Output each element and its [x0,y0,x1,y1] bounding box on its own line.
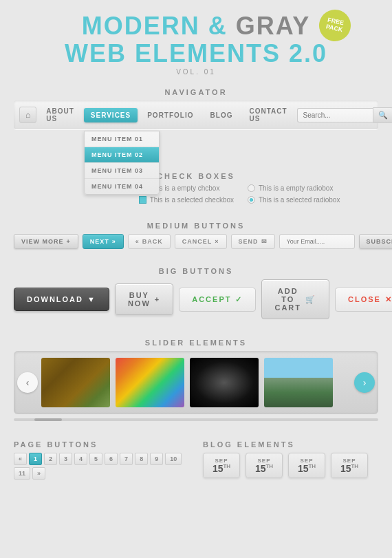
nav-item-blog[interactable]: BLOG [204,108,240,122]
page-11-button[interactable]: 11 [14,467,30,480]
page-8-button[interactable]: 8 [135,453,148,465]
checkboxes-content: This is a empty chcbox This is a empty r… [139,184,343,204]
nav-item-services[interactable]: SERVICES [84,108,138,122]
page-4-button[interactable]: 4 [74,453,87,465]
close-button[interactable]: CLOSE ✕ [335,288,392,312]
search-button[interactable]: 🔍 [373,107,392,123]
mountain-image [264,358,333,407]
back-button[interactable]: « BACK [128,234,171,249]
send-button[interactable]: SEND ✉ [231,234,275,249]
blog-card-4-suffix: TH [351,464,358,470]
checkbox-selected: This is a selected checkbox [139,196,234,204]
slider-thumb[interactable] [34,418,62,421]
cancel-button[interactable]: CANCEL × [175,234,227,249]
title-modern: MODERN & [82,12,236,40]
radio-unchecked[interactable] [248,184,255,192]
nav-item-portfolio[interactable]: PORTFOLIO [140,108,200,122]
email-input[interactable] [279,234,355,249]
medium-buttons-row: VIEW MORE + NEXT » « BACK CANCEL × SEND … [14,234,378,249]
times-icon: × [215,238,219,245]
checkboxes-title: CHECK BOXES [14,165,378,184]
slider-section: SLIDER ELEMENTS ‹ › [0,328,392,429]
colorful-image [116,358,184,407]
add-to-cart-button[interactable]: ADD TO CART 🛒 [261,279,329,319]
blog-card-4-day: 15TH [337,464,362,473]
blog-card-3[interactable]: SEP 15TH [288,453,325,478]
buy-now-button[interactable]: BUY NOW + [115,283,173,315]
radio-empty-label: This is a empty radiobox [259,184,333,192]
close-icon: ✕ [385,295,392,304]
blog-card-4[interactable]: SEP 15TH [331,453,368,478]
dropdown-item-3[interactable]: MENU ITEM 03 [85,163,159,179]
slider-image-4 [264,358,333,407]
page-7-button[interactable]: 7 [120,453,133,465]
download-icon: ▼ [87,295,96,303]
blog-elements-title: BLOG ELEMENTS [203,433,378,453]
blog-card-3-day: 15TH [294,464,319,473]
navigator-section: NAVIGATOR ⌂ ABOUT US SERVICES PORTFOLIO … [0,81,392,138]
big-buttons-row: DOWNLOAD ▼ BUY NOW + ACCEPT ✓ ADD TO CAR… [14,279,378,319]
page-5-button[interactable]: 5 [89,453,102,465]
slider-image-2 [116,358,184,407]
page-last-button[interactable]: » [32,467,45,480]
dirt-bike-image [41,358,110,407]
blog-card-1-suffix: TH [223,464,230,470]
bottom-row: PAGE BUTTONS « 1 2 3 4 5 6 7 8 9 10 11 »… [0,429,392,488]
blog-card-3-suffix: TH [308,464,316,470]
blog-card-2-day: 15TH [252,464,276,473]
radio-checked[interactable] [248,196,255,204]
header: MODERN & GRAY WEB ELEMENTS 2.0 VOL. 01 F… [0,0,392,81]
blog-card-1-day: 15TH [209,464,234,473]
page-9-button[interactable]: 9 [150,453,163,465]
view-more-button[interactable]: VIEW MORE + [14,234,78,249]
slider-title: SLIDER ELEMENTS [14,332,378,351]
plus-icon: + [67,238,71,245]
slider-container: ‹ › [14,351,378,414]
check-icon: ✓ [235,295,243,304]
page-1-button[interactable]: 1 [29,453,42,465]
dark-image [190,358,259,407]
plus-big-icon: + [155,295,160,303]
dropdown-item-1[interactable]: MENU ITEM 01 [85,131,159,147]
slider-next-button[interactable]: › [354,372,375,393]
page-navigation: « 1 2 3 4 5 6 7 8 9 10 11 » [14,453,189,480]
page-buttons-column: PAGE BUTTONS « 1 2 3 4 5 6 7 8 9 10 11 » [14,433,189,480]
blog-card-2[interactable]: SEP 15TH [246,453,283,478]
slider-prev-button[interactable]: ‹ [17,372,38,393]
download-button[interactable]: DOWNLOAD ▼ [14,288,109,311]
slider-track [14,418,378,421]
slider-image-3 [190,358,259,407]
mail-icon: ✉ [261,238,268,245]
page-first-button[interactable]: « [14,453,27,465]
dbl-left-icon: « [135,238,140,245]
nav-item-contact[interactable]: CONTACT US [242,104,294,126]
page-2-button[interactable]: 2 [44,453,57,465]
radio-selected: This is a selected radiobox [248,196,342,204]
dropdown-item-4[interactable]: MENU ITEM 04 [85,179,159,194]
navigation-bar: ⌂ ABOUT US SERVICES PORTFOLIO BLOG CONTA… [14,100,378,129]
subscribe-button[interactable]: SUBSCRIBE › [359,234,392,249]
title-version: 2.0 [289,39,327,67]
search-input[interactable] [297,108,373,122]
blog-card-1[interactable]: SEP 15TH [203,453,240,478]
page-10-button[interactable]: 10 [165,453,182,465]
checkbox-checked[interactable] [139,196,146,204]
nav-search: 🔍 [297,107,392,123]
slider-image-1 [41,358,110,407]
page-6-button[interactable]: 6 [105,453,118,465]
medium-buttons-title: MEDIUM BUTTONS [14,215,378,234]
subtitle: VOL. 01 [7,68,385,76]
big-buttons-title: BIG BUTTONS [14,260,378,279]
next-button[interactable]: NEXT » [83,234,124,249]
medium-buttons-section: MEDIUM BUTTONS VIEW MORE + NEXT » « BACK… [0,211,392,256]
dropdown-item-2[interactable]: MENU ITEM 02 [85,147,159,163]
services-dropdown: MENU ITEM 01 MENU ITEM 02 MENU ITEM 03 M… [84,131,160,195]
nav-item-about[interactable]: ABOUT US [39,104,81,126]
accept-button[interactable]: ACCEPT ✓ [179,288,256,312]
title-web: WEB ELEMENTS [65,39,289,67]
page-3-button[interactable]: 3 [59,453,72,465]
blog-card-2-suffix: TH [265,464,273,470]
dbl-right-icon: » [112,238,116,245]
big-buttons-section: BIG BUTTONS DOWNLOAD ▼ BUY NOW + ACCEPT … [0,256,392,328]
nav-home-button[interactable]: ⌂ [19,107,36,123]
